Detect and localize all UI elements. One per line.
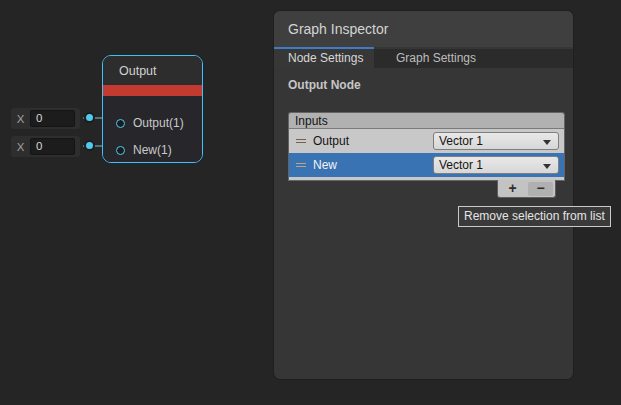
port-row: New(1) [103,142,202,160]
dropdown-value: Vector 1 [439,158,483,172]
inputs-list-rows: Output Vector 1 New Vector 1 [288,129,565,181]
port-label: New(1) [133,143,172,157]
inputs-list-header: Inputs [288,112,565,129]
axis-label: X [11,141,30,153]
dropdown-caret-icon [543,164,551,169]
node-color-bar [103,85,202,96]
edge-connector-dot[interactable] [86,142,93,149]
node-body: Output(1) New(1) [103,96,202,162]
drag-handle-icon[interactable] [296,161,306,169]
panel-title: Graph Inspector [274,11,573,47]
drag-handle-icon[interactable] [296,137,306,145]
type-dropdown[interactable]: Vector 1 [433,132,559,150]
list-item-output[interactable]: Output Vector 1 [289,129,564,153]
remove-item-button[interactable]: − [528,182,553,196]
value-input[interactable]: 0 [30,138,75,155]
value-input[interactable]: 0 [30,110,75,127]
slot-value-widget-new: X 0 [11,136,80,157]
tab-graph-settings[interactable]: Graph Settings [382,49,490,68]
add-item-button[interactable]: + [500,182,525,196]
list-footer-buttons: + − [497,180,556,198]
section-title: Output Node [288,78,361,92]
tab-node-settings[interactable]: Node Settings [274,49,374,68]
port-icon[interactable] [116,119,125,128]
list-item-new[interactable]: New Vector 1 [289,153,564,177]
type-dropdown[interactable]: Vector 1 [433,156,559,174]
port-icon[interactable] [116,146,125,155]
dropdown-caret-icon [543,140,551,145]
slot-value-widget-output: X 0 [11,108,80,129]
node-title: Output [103,56,202,85]
inputs-list: Inputs Output Vector 1 New Vector 1 [288,112,565,181]
graph-inspector-panel: Graph Inspector Node Settings Graph Sett… [274,11,573,379]
axis-label: X [11,113,30,125]
output-node[interactable]: Output Output(1) New(1) [102,55,203,163]
list-item-name: New [313,158,337,172]
port-label: Output(1) [133,116,184,130]
dropdown-value: Vector 1 [439,134,483,148]
tab-bar: Node Settings Graph Settings [274,49,573,68]
list-item-name: Output [313,134,349,148]
port-row: Output(1) [103,115,202,133]
edge-connector-dot[interactable] [86,114,93,121]
tooltip: Remove selection from list [458,206,611,227]
